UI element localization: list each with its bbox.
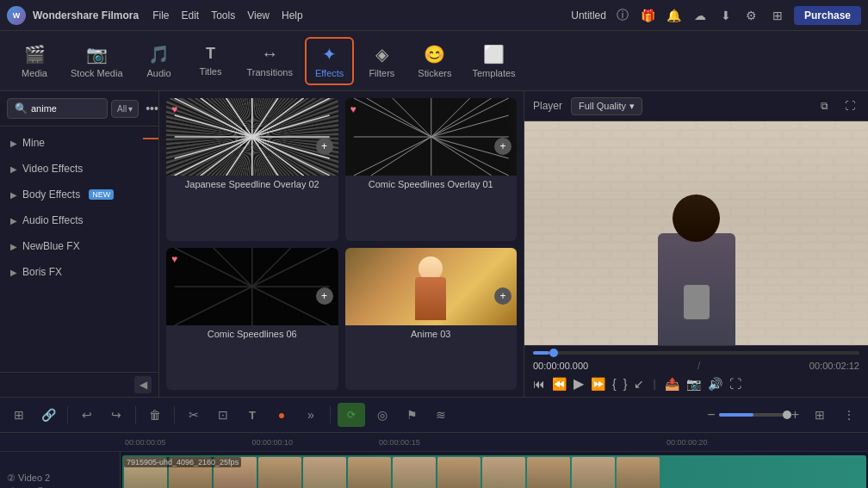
add-effect-button-anime1[interactable]: + (494, 287, 512, 305)
app-logo: W (7, 6, 26, 25)
toolbar-divider-1 (67, 406, 68, 423)
tool-templates[interactable]: ⬜ Templates (463, 39, 524, 83)
nav-item-video-effects[interactable]: ▶ Video Effects (0, 156, 158, 182)
player-timeline-bar[interactable] (533, 351, 859, 355)
output-button[interactable]: 📤 (665, 377, 679, 391)
audio-effects-arrow-icon: ▶ (10, 216, 17, 225)
ripple-edit-toggle[interactable]: ⟳ (338, 403, 365, 427)
menu-edit[interactable]: Edit (181, 9, 199, 22)
redo-button[interactable]: ↪ (104, 403, 128, 427)
grid-icon[interactable]: ⊞ (768, 6, 787, 25)
media-icon: 🎬 (24, 44, 46, 65)
templates-icon: ⬜ (483, 44, 505, 65)
tool-stickers[interactable]: 😊 Stickers (409, 39, 460, 83)
skip-back-button[interactable]: ⏮ (533, 377, 545, 391)
nav-item-mine[interactable]: ▶ Mine (0, 130, 158, 156)
collapse-panel-button[interactable]: ◀ (134, 376, 152, 393)
main-area: 🔍 All ▾ ••• ▶ Mine (0, 91, 868, 397)
fullscreen-icon[interactable]: ⛶ (840, 96, 859, 115)
split-view-icon[interactable]: ⧉ (815, 96, 834, 115)
fit-button[interactable]: ⛶ (729, 377, 741, 391)
nav-item-boris-fx[interactable]: ▶ Boris FX (0, 259, 158, 285)
crop-button[interactable]: ⊡ (211, 403, 235, 427)
time-current: 00:00:00.000 (533, 361, 588, 371)
zoom-out-button[interactable]: − (707, 407, 715, 423)
menu-view[interactable]: View (247, 9, 270, 22)
timeline-scrubber[interactable] (549, 349, 558, 357)
info-icon[interactable]: ⓘ (613, 6, 632, 25)
marker-button[interactable]: ⚑ (400, 403, 424, 427)
effect-thumb-speedline2: ♥ + (345, 98, 518, 176)
volume-button[interactable]: 🔊 (708, 377, 722, 391)
cut-button[interactable]: ✂ (182, 403, 206, 427)
svg-line-13 (252, 137, 304, 176)
menu-tools[interactable]: Tools (211, 9, 235, 22)
toolbar-divider-4 (330, 406, 331, 423)
callout-arrow (143, 127, 158, 154)
quality-select[interactable]: Full Quality ▾ (571, 97, 642, 115)
audio-stretch-button[interactable]: ≋ (429, 403, 453, 427)
effect-card-speedline3[interactable]: ♥ + Comic Speedlines 06 (166, 248, 338, 391)
search-input[interactable] (31, 103, 100, 114)
mark-in-button[interactable]: { (612, 377, 617, 391)
settings-icon[interactable]: ⚙ (742, 6, 761, 25)
boris-fx-label: Boris FX (22, 266, 62, 278)
frame-forward-button[interactable]: ⏩ (591, 377, 605, 391)
mark-out-button[interactable]: } (623, 377, 628, 391)
effect-card-speedline1[interactable]: ♥ + Japanese Speedline Overlay 02 (166, 98, 338, 241)
main-toolbar: 🎬 Media 📷 Stock Media 🎵 Audio T Titles ↔… (0, 31, 868, 91)
add-effect-button-speedline3[interactable]: + (316, 287, 333, 305)
mark-button[interactable]: ● (270, 403, 294, 427)
cloud-icon[interactable]: ☁ (691, 6, 710, 25)
text-button[interactable]: T (240, 403, 264, 427)
undo-button[interactable]: ↩ (75, 403, 99, 427)
nav-item-body-effects[interactable]: ▶ Body Effects NEW (0, 182, 158, 207)
tool-titles[interactable]: T Titles (187, 40, 235, 82)
svg-line-42 (252, 248, 330, 287)
track-content-area: 7915905-uhd_4096_2160_25fps (121, 452, 868, 488)
timeline-header: 00:00:00:05 00:00:00:10 00:00:00:15 00:0… (0, 433, 868, 452)
download-icon[interactable]: ⬇ (716, 6, 735, 25)
effect-card-speedline2[interactable]: ♥ + Comic Speedlines Overlay 01 (345, 98, 518, 241)
split-track-button[interactable]: ⊞ (7, 403, 31, 427)
notification-icon[interactable]: 🔔 (665, 6, 684, 25)
effects-grid: ♥ + Japanese Speedline Overlay 02 (159, 91, 524, 397)
snapshot-button[interactable]: 📷 (686, 377, 701, 391)
tool-filters[interactable]: ◈ Filters (357, 39, 406, 83)
add-effect-button-speedline1[interactable]: + (316, 138, 333, 155)
titles-label: Titles (200, 66, 222, 77)
tool-transitions[interactable]: ↔ Transitions (239, 39, 301, 83)
zoom-slider[interactable] (719, 413, 788, 417)
layout-grid-button[interactable]: ⊞ (808, 403, 832, 427)
menu-file[interactable]: File (152, 9, 169, 22)
purchase-button[interactable]: Purchase (794, 6, 861, 25)
filters-icon: ◈ (375, 44, 388, 65)
time-marker-1: 00:00:00:10 (252, 438, 294, 447)
magnet-button[interactable]: ◎ (370, 403, 394, 427)
menu-help[interactable]: Help (282, 9, 303, 22)
project-title: Untitled (571, 9, 606, 22)
filter-all-button[interactable]: All ▾ (111, 100, 139, 118)
clip-thumbnail-6 (348, 457, 391, 488)
more-tools-button[interactable]: » (299, 403, 323, 427)
more-options-button[interactable]: ⋮ (837, 403, 861, 427)
zoom-handle[interactable] (783, 411, 791, 419)
play-button[interactable]: ▶ (574, 375, 584, 392)
effect-card-anime1[interactable]: + Anime 03 (345, 248, 518, 391)
gift-icon[interactable]: 🎁 (639, 6, 658, 25)
add-effect-button-speedline2[interactable]: + (494, 138, 512, 155)
add-to-timeline-button[interactable]: ↙ (634, 377, 644, 391)
video-clip[interactable]: 7915905-uhd_4096_2160_25fps (122, 455, 866, 488)
tool-media[interactable]: 🎬 Media (10, 39, 59, 83)
tool-stock-media[interactable]: 📷 Stock Media (62, 39, 132, 83)
zoom-in-button[interactable]: + (791, 407, 799, 423)
nav-items-list: ▶ Mine ▶ Video Effects ▶ Body E (0, 127, 158, 372)
nav-item-audio-effects[interactable]: ▶ Audio Effects (0, 207, 158, 233)
frame-back-button[interactable]: ⏪ (552, 377, 567, 391)
time-marker-2: 00:00:00:15 (379, 438, 420, 447)
nav-item-newblue-fx[interactable]: ▶ NewBlue FX (0, 233, 158, 259)
delete-button[interactable]: 🗑 (143, 403, 167, 427)
link-button[interactable]: 🔗 (36, 403, 60, 427)
tool-audio[interactable]: 🎵 Audio (135, 39, 183, 83)
tool-effects[interactable]: ✦ Effects (305, 37, 354, 85)
